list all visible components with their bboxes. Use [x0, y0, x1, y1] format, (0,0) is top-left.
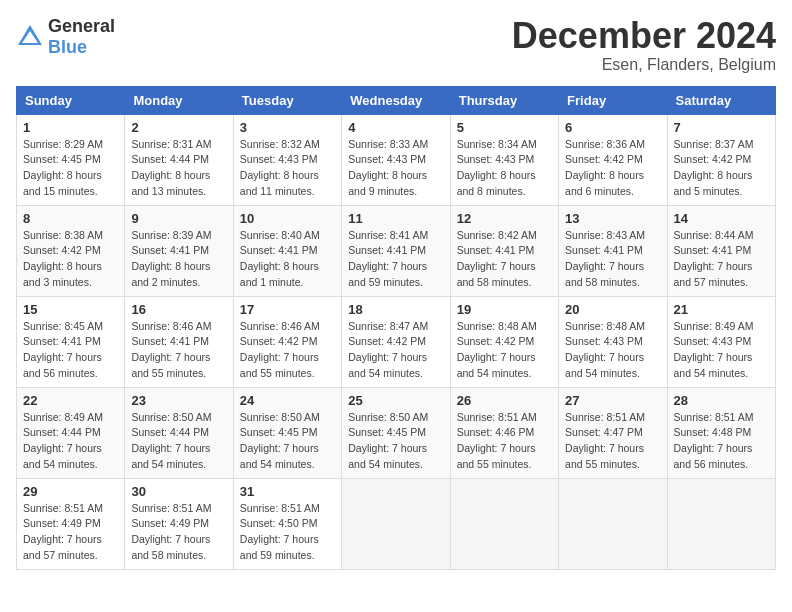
calendar-cell: 3Sunrise: 8:32 AMSunset: 4:43 PMDaylight… [233, 114, 341, 205]
calendar-cell: 19Sunrise: 8:48 AMSunset: 4:42 PMDayligh… [450, 296, 558, 387]
calendar-cell [342, 478, 450, 569]
calendar-cell: 5Sunrise: 8:34 AMSunset: 4:43 PMDaylight… [450, 114, 558, 205]
day-number: 23 [131, 393, 226, 408]
day-info: Sunrise: 8:33 AMSunset: 4:43 PMDaylight:… [348, 137, 443, 200]
day-number: 14 [674, 211, 769, 226]
day-info: Sunrise: 8:32 AMSunset: 4:43 PMDaylight:… [240, 137, 335, 200]
day-info: Sunrise: 8:49 AMSunset: 4:43 PMDaylight:… [674, 319, 769, 382]
weekday-header-row: SundayMondayTuesdayWednesdayThursdayFrid… [17, 86, 776, 114]
calendar-cell: 27Sunrise: 8:51 AMSunset: 4:47 PMDayligh… [559, 387, 667, 478]
logo-text-blue: Blue [48, 37, 87, 57]
day-info: Sunrise: 8:51 AMSunset: 4:49 PMDaylight:… [131, 501, 226, 564]
day-info: Sunrise: 8:34 AMSunset: 4:43 PMDaylight:… [457, 137, 552, 200]
day-number: 12 [457, 211, 552, 226]
day-number: 13 [565, 211, 660, 226]
day-number: 29 [23, 484, 118, 499]
calendar-cell: 4Sunrise: 8:33 AMSunset: 4:43 PMDaylight… [342, 114, 450, 205]
day-number: 19 [457, 302, 552, 317]
day-info: Sunrise: 8:36 AMSunset: 4:42 PMDaylight:… [565, 137, 660, 200]
day-number: 17 [240, 302, 335, 317]
day-info: Sunrise: 8:50 AMSunset: 4:44 PMDaylight:… [131, 410, 226, 473]
calendar-cell: 14Sunrise: 8:44 AMSunset: 4:41 PMDayligh… [667, 205, 775, 296]
weekday-header-saturday: Saturday [667, 86, 775, 114]
day-number: 15 [23, 302, 118, 317]
logo-icon [16, 23, 44, 51]
day-info: Sunrise: 8:41 AMSunset: 4:41 PMDaylight:… [348, 228, 443, 291]
day-info: Sunrise: 8:51 AMSunset: 4:49 PMDaylight:… [23, 501, 118, 564]
day-info: Sunrise: 8:47 AMSunset: 4:42 PMDaylight:… [348, 319, 443, 382]
calendar-cell: 26Sunrise: 8:51 AMSunset: 4:46 PMDayligh… [450, 387, 558, 478]
day-number: 10 [240, 211, 335, 226]
logo: General Blue [16, 16, 115, 58]
calendar-cell: 31Sunrise: 8:51 AMSunset: 4:50 PMDayligh… [233, 478, 341, 569]
calendar-cell: 23Sunrise: 8:50 AMSunset: 4:44 PMDayligh… [125, 387, 233, 478]
weekday-header-monday: Monday [125, 86, 233, 114]
calendar-cell: 30Sunrise: 8:51 AMSunset: 4:49 PMDayligh… [125, 478, 233, 569]
calendar-cell: 20Sunrise: 8:48 AMSunset: 4:43 PMDayligh… [559, 296, 667, 387]
day-number: 31 [240, 484, 335, 499]
day-number: 7 [674, 120, 769, 135]
day-number: 30 [131, 484, 226, 499]
day-info: Sunrise: 8:46 AMSunset: 4:42 PMDaylight:… [240, 319, 335, 382]
calendar-cell: 17Sunrise: 8:46 AMSunset: 4:42 PMDayligh… [233, 296, 341, 387]
calendar-cell: 24Sunrise: 8:50 AMSunset: 4:45 PMDayligh… [233, 387, 341, 478]
calendar-cell: 18Sunrise: 8:47 AMSunset: 4:42 PMDayligh… [342, 296, 450, 387]
weekday-header-friday: Friday [559, 86, 667, 114]
day-info: Sunrise: 8:45 AMSunset: 4:41 PMDaylight:… [23, 319, 118, 382]
day-number: 9 [131, 211, 226, 226]
day-number: 11 [348, 211, 443, 226]
day-number: 21 [674, 302, 769, 317]
calendar-cell: 10Sunrise: 8:40 AMSunset: 4:41 PMDayligh… [233, 205, 341, 296]
calendar-body: 1Sunrise: 8:29 AMSunset: 4:45 PMDaylight… [17, 114, 776, 569]
logo-text-general: General [48, 16, 115, 36]
day-info: Sunrise: 8:42 AMSunset: 4:41 PMDaylight:… [457, 228, 552, 291]
day-info: Sunrise: 8:51 AMSunset: 4:48 PMDaylight:… [674, 410, 769, 473]
calendar-cell [450, 478, 558, 569]
day-info: Sunrise: 8:29 AMSunset: 4:45 PMDaylight:… [23, 137, 118, 200]
day-info: Sunrise: 8:48 AMSunset: 4:43 PMDaylight:… [565, 319, 660, 382]
day-info: Sunrise: 8:44 AMSunset: 4:41 PMDaylight:… [674, 228, 769, 291]
day-number: 28 [674, 393, 769, 408]
day-number: 25 [348, 393, 443, 408]
calendar-cell [667, 478, 775, 569]
calendar-cell: 25Sunrise: 8:50 AMSunset: 4:45 PMDayligh… [342, 387, 450, 478]
day-info: Sunrise: 8:51 AMSunset: 4:47 PMDaylight:… [565, 410, 660, 473]
day-info: Sunrise: 8:37 AMSunset: 4:42 PMDaylight:… [674, 137, 769, 200]
calendar-cell: 16Sunrise: 8:46 AMSunset: 4:41 PMDayligh… [125, 296, 233, 387]
day-info: Sunrise: 8:38 AMSunset: 4:42 PMDaylight:… [23, 228, 118, 291]
day-info: Sunrise: 8:43 AMSunset: 4:41 PMDaylight:… [565, 228, 660, 291]
calendar-week-3: 15Sunrise: 8:45 AMSunset: 4:41 PMDayligh… [17, 296, 776, 387]
day-number: 26 [457, 393, 552, 408]
day-number: 4 [348, 120, 443, 135]
month-title: December 2024 [512, 16, 776, 56]
day-number: 1 [23, 120, 118, 135]
calendar-cell: 15Sunrise: 8:45 AMSunset: 4:41 PMDayligh… [17, 296, 125, 387]
day-number: 22 [23, 393, 118, 408]
calendar-week-1: 1Sunrise: 8:29 AMSunset: 4:45 PMDaylight… [17, 114, 776, 205]
day-number: 5 [457, 120, 552, 135]
day-number: 18 [348, 302, 443, 317]
day-info: Sunrise: 8:39 AMSunset: 4:41 PMDaylight:… [131, 228, 226, 291]
calendar-cell: 1Sunrise: 8:29 AMSunset: 4:45 PMDaylight… [17, 114, 125, 205]
calendar-week-4: 22Sunrise: 8:49 AMSunset: 4:44 PMDayligh… [17, 387, 776, 478]
day-info: Sunrise: 8:40 AMSunset: 4:41 PMDaylight:… [240, 228, 335, 291]
day-info: Sunrise: 8:51 AMSunset: 4:46 PMDaylight:… [457, 410, 552, 473]
calendar-week-5: 29Sunrise: 8:51 AMSunset: 4:49 PMDayligh… [17, 478, 776, 569]
day-info: Sunrise: 8:49 AMSunset: 4:44 PMDaylight:… [23, 410, 118, 473]
weekday-header-tuesday: Tuesday [233, 86, 341, 114]
calendar-cell: 6Sunrise: 8:36 AMSunset: 4:42 PMDaylight… [559, 114, 667, 205]
calendar-cell [559, 478, 667, 569]
calendar-week-2: 8Sunrise: 8:38 AMSunset: 4:42 PMDaylight… [17, 205, 776, 296]
day-info: Sunrise: 8:50 AMSunset: 4:45 PMDaylight:… [240, 410, 335, 473]
calendar-cell: 21Sunrise: 8:49 AMSunset: 4:43 PMDayligh… [667, 296, 775, 387]
day-info: Sunrise: 8:51 AMSunset: 4:50 PMDaylight:… [240, 501, 335, 564]
calendar-cell: 29Sunrise: 8:51 AMSunset: 4:49 PMDayligh… [17, 478, 125, 569]
day-info: Sunrise: 8:48 AMSunset: 4:42 PMDaylight:… [457, 319, 552, 382]
weekday-header-sunday: Sunday [17, 86, 125, 114]
calendar-cell: 13Sunrise: 8:43 AMSunset: 4:41 PMDayligh… [559, 205, 667, 296]
calendar-cell: 11Sunrise: 8:41 AMSunset: 4:41 PMDayligh… [342, 205, 450, 296]
calendar-cell: 9Sunrise: 8:39 AMSunset: 4:41 PMDaylight… [125, 205, 233, 296]
day-number: 8 [23, 211, 118, 226]
calendar-cell: 8Sunrise: 8:38 AMSunset: 4:42 PMDaylight… [17, 205, 125, 296]
day-info: Sunrise: 8:50 AMSunset: 4:45 PMDaylight:… [348, 410, 443, 473]
